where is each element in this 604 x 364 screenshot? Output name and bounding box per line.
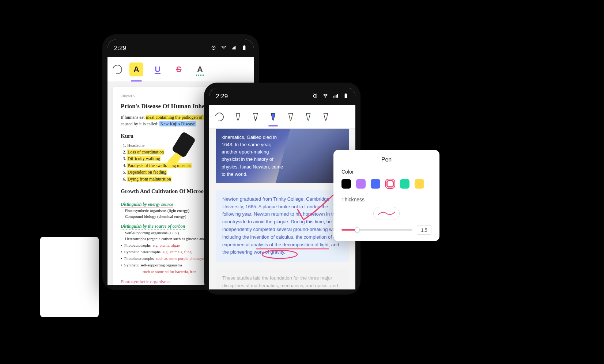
pen-popover: Pen Color Thickness 1.5	[333, 150, 439, 241]
list-item: Loss of coordination	[127, 149, 164, 155]
popover-title: Pen	[341, 156, 431, 163]
svg-rect-18	[346, 93, 347, 94]
back-icon[interactable]	[214, 111, 226, 123]
status-time: 2:29	[114, 45, 126, 52]
alarm-icon	[211, 45, 216, 52]
wifi-icon	[322, 93, 328, 101]
status-bar: 2:29	[209, 88, 355, 105]
thickness-value[interactable]: 1.5	[417, 225, 431, 235]
list-item: Photoautotrophs	[124, 243, 151, 249]
svg-rect-2	[232, 48, 233, 49]
back-icon[interactable]	[111, 63, 124, 76]
hero-text: kinematics, Galileo died in 1643. In the…	[222, 134, 288, 178]
hero-block: kinematics, Galileo died in 1643. In the…	[216, 129, 349, 183]
body-paragraph-faded: These studies laid the foundation for th…	[216, 269, 349, 289]
strikethrough-button[interactable]: S	[172, 62, 186, 76]
battery-icon	[343, 93, 349, 101]
list-item: Difficulty walking	[127, 156, 161, 161]
pen-pink-icon[interactable]	[322, 113, 329, 121]
color-label: Color	[341, 169, 431, 175]
svg-rect-5	[235, 46, 236, 49]
svg-rect-13	[333, 96, 334, 98]
body-paragraph: Newton graduated from Trinity College, C…	[216, 190, 349, 262]
svg-rect-15	[336, 95, 337, 98]
pen-black-icon[interactable]	[252, 113, 259, 121]
pen-red-icon[interactable]	[235, 113, 241, 121]
handwritten-note: e.g. animals, fungi	[163, 249, 193, 255]
color-swatches	[341, 179, 431, 189]
slider-thumb[interactable]	[355, 227, 360, 232]
alarm-icon	[312, 93, 318, 101]
distinguish-carbon: Distinguish by the source of carbon	[121, 223, 185, 230]
format-toolbar: A U S A	[107, 57, 254, 82]
svg-rect-6	[243, 45, 246, 50]
svg-rect-14	[335, 95, 335, 98]
swatch-black[interactable]	[341, 179, 351, 189]
list-item: Paralysis of the swallowing muscles	[127, 163, 192, 168]
battery-icon	[241, 45, 247, 52]
signal-icon	[231, 45, 237, 52]
distinguish-energy: Distinguish by energy source	[121, 201, 173, 208]
list-item: Dependent on feeding	[127, 170, 167, 175]
squiggle-button[interactable]: A	[193, 62, 207, 76]
list-item: Photoheterotrophs	[124, 256, 154, 262]
pen-yellow-icon[interactable]	[287, 113, 294, 121]
pen-green-icon[interactable]	[305, 113, 312, 121]
underline-button[interactable]: U	[151, 62, 165, 76]
swatch-teal[interactable]	[400, 179, 409, 189]
pen-toolbar	[209, 105, 355, 129]
svg-point-12	[325, 97, 326, 98]
background-card	[40, 237, 99, 317]
status-time: 2:29	[216, 93, 228, 100]
thickness-preview	[373, 207, 400, 220]
selected-text: 'New Kuji's Disease'	[159, 121, 195, 126]
swatch-purple[interactable]	[356, 179, 366, 189]
svg-rect-3	[233, 47, 234, 49]
svg-rect-7	[244, 45, 245, 45]
swatch-blue[interactable]	[371, 179, 380, 189]
thickness-label: Thickness	[341, 197, 431, 202]
svg-point-1	[223, 49, 224, 49]
wifi-icon	[221, 45, 227, 52]
swatch-yellow[interactable]	[415, 179, 424, 189]
swatch-pink[interactable]	[386, 180, 394, 187]
list-item: Synthetic heterotrophs	[124, 249, 161, 255]
svg-rect-17	[345, 94, 347, 98]
svg-rect-4	[234, 46, 235, 49]
list-item: Headache	[127, 143, 144, 148]
list-item: Synthetic self-supporting organisms	[124, 262, 182, 268]
svg-rect-16	[337, 94, 338, 98]
thickness-slider[interactable]	[341, 229, 412, 231]
signal-icon	[333, 93, 339, 101]
pen-blue-icon[interactable]	[270, 113, 276, 121]
status-bar: 2:29	[107, 39, 254, 57]
handwritten-note: e.g. plants, algae	[153, 243, 180, 249]
highlight-button[interactable]: A	[129, 62, 143, 76]
list-item: Dying from malnutrition	[127, 177, 171, 182]
